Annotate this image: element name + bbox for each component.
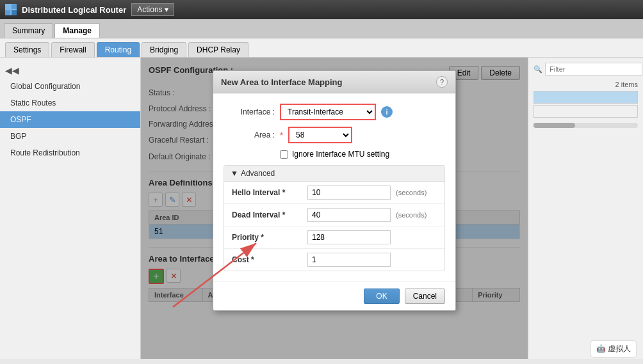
priority-label: Priority * — [232, 233, 302, 242]
app-title: Distributed Logical Router — [22, 5, 126, 15]
priority-input[interactable] — [307, 230, 391, 244]
tab-manage[interactable]: Manage — [54, 23, 100, 38]
interface-row: Interface : Transit-Interface i — [224, 104, 445, 120]
title-bar: Distributed Logical Router Actions ▾ — [0, 0, 643, 19]
priority-row: Priority * — [224, 226, 444, 249]
interface-select[interactable]: Transit-Interface — [280, 104, 376, 120]
right-panel-item-1[interactable] — [533, 91, 638, 104]
modal-overlay: New Area to Interface Mapping ? Interfac… — [141, 58, 528, 359]
cost-label: Cost * — [232, 255, 302, 264]
dead-interval-label: Dead Interval * — [232, 210, 302, 219]
scrollbar[interactable] — [533, 123, 638, 128]
hello-interval-row: Hello Interval * (seconds) — [224, 182, 444, 204]
scrollbar-thumb[interactable] — [533, 123, 575, 128]
sub-tab-settings[interactable]: Settings — [5, 42, 49, 57]
area-row: Area : * 58 — [224, 127, 445, 143]
tab-summary[interactable]: Summary — [4, 23, 53, 38]
modal-header: New Area to Interface Mapping ? — [213, 71, 455, 93]
cancel-button[interactable]: Cancel — [405, 289, 445, 304]
sidebar-item-ospf[interactable]: OSPF — [0, 111, 140, 128]
ignore-mtu-label: Ignore Interface MTU setting — [292, 150, 389, 159]
sidebar-item-static-routes[interactable]: Static Routes — [0, 95, 140, 111]
modal-help-btn[interactable]: ? — [436, 76, 448, 88]
svg-rect-2 — [5, 10, 10, 15]
sub-tab-bridging[interactable]: Bridging — [142, 42, 186, 57]
sidebar-item-bgp[interactable]: BGP — [0, 128, 140, 145]
dead-interval-unit: (seconds) — [396, 211, 427, 219]
interface-label: Interface : — [224, 107, 275, 116]
dead-interval-row: Dead Interval * (seconds) — [224, 204, 444, 226]
modal-title: New Area to Interface Mapping — [221, 77, 343, 87]
svg-rect-3 — [12, 10, 17, 15]
advanced-section: ▼ Advanced Hello Interval * (seconds) De… — [224, 165, 445, 271]
actions-button[interactable]: Actions ▾ — [131, 3, 174, 16]
advanced-triangle-icon: ▼ — [231, 169, 238, 178]
sub-tab-routing[interactable]: Routing — [97, 42, 140, 57]
filter-input[interactable] — [545, 63, 642, 75]
main-tab-bar: Summary Manage — [0, 19, 643, 38]
sub-tab-bar: Settings Firewall Routing Bridging DHCP … — [0, 38, 643, 58]
items-count: 2 items — [533, 81, 638, 88]
dead-interval-input[interactable] — [307, 208, 391, 222]
ignore-mtu-checkbox[interactable] — [280, 150, 288, 159]
cost-row: Cost * — [224, 249, 444, 271]
right-panel-item-2[interactable] — [533, 105, 638, 118]
sidebar-item-route-redistribution[interactable]: Route Redistribution — [0, 145, 140, 161]
ignore-mtu-row: Ignore Interface MTU setting — [280, 150, 445, 159]
area-select[interactable]: 58 — [288, 127, 352, 143]
svg-rect-1 — [12, 4, 17, 9]
advanced-header[interactable]: ▼ Advanced — [224, 166, 444, 182]
area-required-star: * — [280, 131, 283, 140]
interface-info-icon[interactable]: i — [381, 106, 393, 118]
svg-rect-0 — [5, 4, 10, 9]
sidebar-collapse-btn[interactable]: ◀◀ — [0, 63, 140, 78]
modal-dialog: New Area to Interface Mapping ? Interfac… — [213, 70, 456, 311]
advanced-label: Advanced — [241, 169, 275, 178]
area-label: Area : — [224, 131, 275, 139]
hello-interval-label: Hello Interval * — [232, 188, 302, 197]
modal-footer: OK Cancel — [213, 281, 455, 310]
watermark: 🤖 虚拟人 — [590, 340, 637, 358]
filter-bar: 🔍 ▾ — [533, 63, 638, 75]
content-area: ◀◀ Global Configuration Static Routes OS… — [0, 58, 643, 359]
sidebar: ◀◀ Global Configuration Static Routes OS… — [0, 58, 141, 359]
ok-button[interactable]: OK — [364, 289, 399, 304]
right-panel: 🔍 ▾ 2 items — [528, 58, 643, 359]
main-panel: OSPF Configuration : Edit Delete Status … — [141, 58, 528, 359]
sub-tab-firewall[interactable]: Firewall — [51, 42, 94, 57]
modal-body: Interface : Transit-Interface i Area : *… — [213, 93, 455, 281]
watermark-text: 🤖 虚拟人 — [596, 344, 631, 353]
app-icon — [5, 4, 17, 15]
sub-tab-dhcp-relay[interactable]: DHCP Relay — [188, 42, 248, 57]
sidebar-item-global-config[interactable]: Global Configuration — [0, 78, 140, 95]
hello-interval-input[interactable] — [307, 186, 391, 200]
filter-search-icon: 🔍 — [533, 65, 542, 74]
hello-interval-unit: (seconds) — [396, 189, 427, 196]
cost-input[interactable] — [307, 253, 391, 267]
